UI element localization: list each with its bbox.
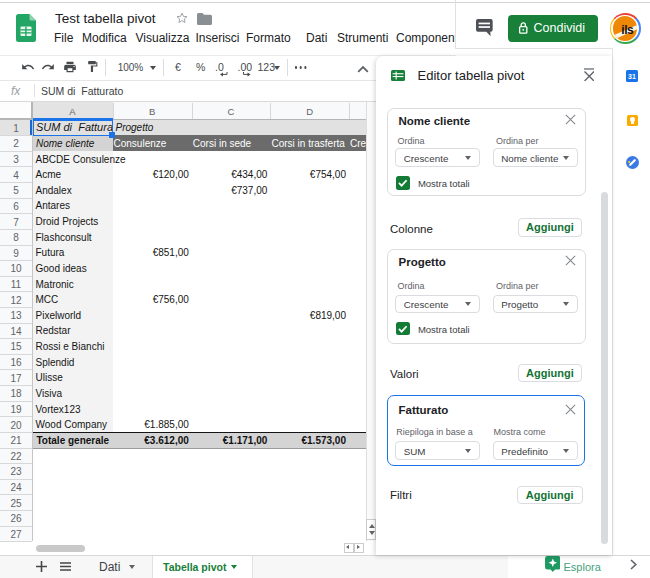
svg-text:31: 31 — [628, 73, 636, 80]
